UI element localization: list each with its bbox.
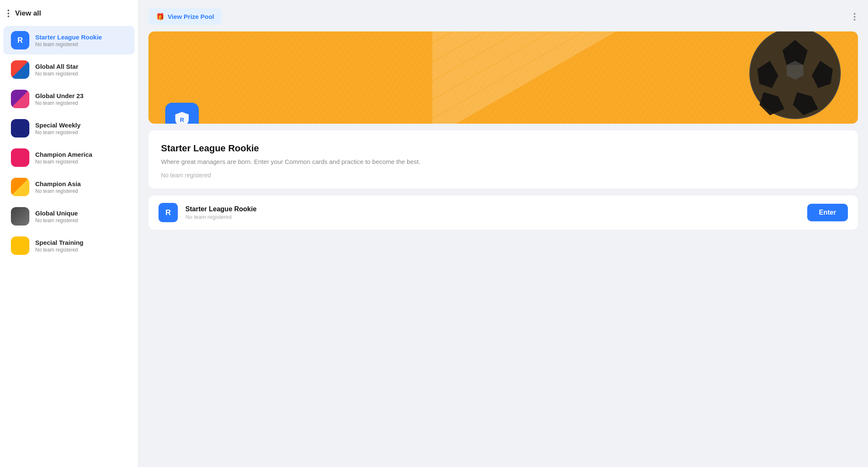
sidebar-item-champion-asia[interactable]: Champion AsiaNo team registered	[3, 173, 135, 201]
league-sub-special-training: No team registered	[35, 247, 83, 253]
sidebar-item-champion-america[interactable]: Champion AmericaNo team registered	[3, 143, 135, 172]
league-name-global-all-star: Global All Star	[35, 63, 78, 70]
league-icon-starter-league-rookie: R	[11, 31, 29, 49]
banner-shield-icon-wrap: R	[165, 103, 199, 124]
league-detail-description: Where great managers are born. Enter you…	[161, 158, 845, 165]
league-info-global-under-23: Global Under 23No team registered	[35, 92, 83, 106]
league-info-global-all-star: Global All StarNo team registered	[35, 63, 78, 77]
league-info-special-weekly: Special WeeklyNo team registered	[35, 122, 81, 135]
league-list: RStarter League RookieNo team registered…	[0, 25, 138, 261]
main-more-options-icon[interactable]	[851, 10, 858, 23]
league-icon-special-weekly	[11, 119, 29, 138]
league-icon-global-all-star	[11, 60, 29, 79]
league-detail-title: Starter League Rookie	[161, 143, 845, 154]
entry-league-name: Starter League Rookie	[185, 205, 800, 213]
sidebar-title: View all	[15, 9, 41, 18]
gift-icon: 🎁	[156, 13, 164, 21]
league-info-champion-asia: Champion AsiaNo team registered	[35, 180, 81, 194]
main-content: 🎁 View Prize Pool	[138, 0, 868, 467]
sidebar-item-starter-league-rookie[interactable]: RStarter League RookieNo team registered	[3, 26, 135, 54]
league-name-champion-asia: Champion Asia	[35, 180, 81, 187]
enter-button[interactable]: Enter	[807, 204, 848, 221]
main-header: 🎁 View Prize Pool	[148, 8, 858, 25]
league-icon-special-training	[11, 236, 29, 255]
league-icon-global-under-23	[11, 90, 29, 108]
sidebar-item-global-under-23[interactable]: Global Under 23No team registered	[3, 85, 135, 113]
shield-icon-large: R	[165, 103, 199, 124]
sidebar: View all RStarter League RookieNo team r…	[0, 0, 138, 467]
entry-league-icon: R	[159, 203, 178, 222]
league-sub-champion-asia: No team registered	[35, 188, 81, 194]
league-name-special-weekly: Special Weekly	[35, 122, 81, 129]
league-sub-special-weekly: No team registered	[35, 130, 81, 135]
league-name-global-unique: Global Unique	[35, 210, 78, 217]
league-sub-global-all-star: No team registered	[35, 71, 78, 77]
league-sub-champion-america: No team registered	[35, 159, 92, 165]
sidebar-item-special-training[interactable]: Special TrainingNo team registered	[3, 231, 135, 260]
sidebar-item-global-unique[interactable]: Global UniqueNo team registered	[3, 202, 135, 231]
league-icon-champion-asia	[11, 178, 29, 196]
league-info-champion-america: Champion AmericaNo team registered	[35, 151, 92, 165]
league-info-starter-league-rookie: Starter League RookieNo team registered	[35, 34, 102, 47]
sidebar-item-special-weekly[interactable]: Special WeeklyNo team registered	[3, 114, 135, 143]
league-icon-global-unique	[11, 207, 29, 226]
league-sub-starter-league-rookie: No team registered	[35, 42, 102, 47]
entry-info: Starter League Rookie No team registered	[185, 205, 800, 220]
league-icon-champion-america	[11, 148, 29, 167]
prize-pool-label: View Prize Pool	[168, 13, 214, 20]
league-name-global-under-23: Global Under 23	[35, 92, 83, 99]
league-detail-status: No team registered	[161, 172, 845, 179]
league-detail-card: Starter League Rookie Where great manage…	[148, 130, 858, 189]
sidebar-header: View all	[0, 0, 138, 25]
league-info-special-training: Special TrainingNo team registered	[35, 239, 83, 253]
league-info-global-unique: Global UniqueNo team registered	[35, 210, 78, 223]
league-name-special-training: Special Training	[35, 239, 83, 246]
entry-row: R Starter League Rookie No team register…	[148, 195, 858, 230]
banner-ball	[749, 31, 841, 119]
shield-svg: R	[173, 110, 191, 124]
league-name-starter-league-rookie: Starter League Rookie	[35, 34, 102, 41]
league-sub-global-unique: No team registered	[35, 218, 78, 223]
svg-text:R: R	[180, 117, 184, 123]
view-prize-pool-button[interactable]: 🎁 View Prize Pool	[148, 8, 222, 25]
sidebar-item-global-all-star[interactable]: Global All StarNo team registered	[3, 55, 135, 84]
league-banner: R	[148, 31, 858, 124]
entry-league-status: No team registered	[185, 214, 800, 220]
sidebar-more-options-icon[interactable]	[8, 10, 9, 17]
league-name-champion-america: Champion America	[35, 151, 92, 158]
league-sub-global-under-23: No team registered	[35, 100, 83, 106]
